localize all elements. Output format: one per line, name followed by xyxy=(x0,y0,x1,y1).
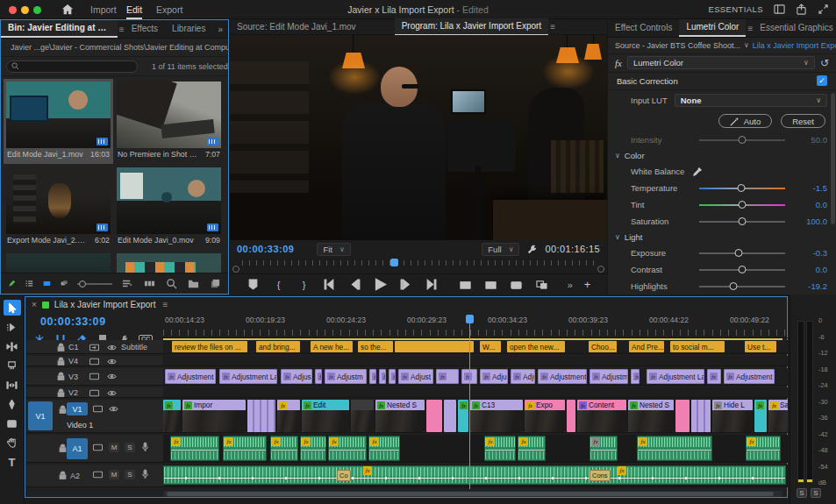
audio-clip[interactable]: fx xyxy=(300,436,326,461)
video-clip[interactable]: fx xyxy=(163,400,181,432)
input-lut-select[interactable]: None ∨ xyxy=(675,94,827,107)
tab-effect-controls[interactable]: Effect Controls xyxy=(608,20,679,36)
bin-clip-item[interactable] xyxy=(117,253,221,273)
track-target-v1[interactable]: V1 xyxy=(67,402,88,415)
video-clip[interactable]: fx xyxy=(567,400,575,432)
razor-tool[interactable] xyxy=(4,358,21,373)
list-view-icon[interactable] xyxy=(25,278,33,289)
adjustment-layer-clip[interactable]: fx Adjustment L xyxy=(724,369,775,384)
new-bin-icon[interactable] xyxy=(188,278,199,289)
volume-rubber-band[interactable] xyxy=(638,450,711,451)
sequence-tab[interactable]: × Lila x Javier Import Export ≡ xyxy=(26,297,173,312)
track-header-c1[interactable]: C1 Subtitle xyxy=(26,340,163,354)
adjustment-layer-clip[interactable]: fx xyxy=(631,369,640,384)
workspace-icon[interactable] xyxy=(774,4,785,15)
track-select-forward-tool[interactable] xyxy=(4,319,21,335)
lock-icon[interactable] xyxy=(58,471,68,482)
tab-import[interactable]: Import xyxy=(90,4,117,15)
adjustment-layer-clip[interactable]: fx Adjus xyxy=(281,369,312,384)
writable-indicator-icon[interactable] xyxy=(8,278,16,289)
step-back-icon[interactable] xyxy=(348,278,362,292)
lumetri-effect-select[interactable]: Lumetri Color ∨ xyxy=(627,56,815,69)
mic-icon[interactable] xyxy=(140,469,150,480)
video-clip[interactable]: fx Expo xyxy=(525,400,565,432)
bin-clip-item[interactable]: Edit Mode Javi_0.mov 9:09 xyxy=(117,167,221,247)
program-scrubber[interactable] xyxy=(230,258,607,273)
close-icon[interactable]: × xyxy=(32,300,37,309)
adjustment-layer-clip[interactable]: fx xyxy=(369,369,376,384)
slip-tool[interactable] xyxy=(4,377,21,393)
tab-overflow-icon[interactable]: » xyxy=(212,25,228,34)
tab-lumetri-color[interactable]: Lumetri Color xyxy=(679,19,746,37)
volume-rubber-band[interactable] xyxy=(329,450,366,451)
sort-icon[interactable] xyxy=(122,278,133,289)
video-clip[interactable]: fx Hide L xyxy=(712,400,753,432)
audio-clip[interactable]: fx xyxy=(589,436,618,461)
timeline-timecode[interactable]: 00:00:33:09 xyxy=(40,316,106,328)
new-item-icon[interactable] xyxy=(210,278,221,289)
comparison-view-icon[interactable] xyxy=(535,278,549,292)
scrub-handle-left[interactable] xyxy=(232,266,239,273)
volume-rubber-band[interactable] xyxy=(485,450,515,451)
slider-value[interactable]: -19.2 xyxy=(792,281,827,291)
workspace-label[interactable]: ESSENTIALS xyxy=(708,4,763,14)
adjustment-layer-clip[interactable]: fx Adjustment La xyxy=(165,369,216,384)
video-clip[interactable]: fx xyxy=(426,400,442,432)
solo-button[interactable]: S xyxy=(125,470,135,479)
track-output-icon[interactable] xyxy=(89,388,99,400)
subtitle-clip[interactable]: Choo... xyxy=(589,341,617,352)
program-video-viewport[interactable] xyxy=(230,35,607,240)
contrast-slider[interactable] xyxy=(699,269,785,271)
adjustment-layer-clip[interactable]: fx Adjustme xyxy=(589,369,628,384)
video-clip[interactable]: fx xyxy=(675,400,690,432)
track-output-icon[interactable] xyxy=(93,404,103,415)
video-clip[interactable]: fx Nested S xyxy=(375,400,425,432)
video-clip[interactable]: fx xyxy=(691,400,711,432)
eye-icon[interactable] xyxy=(107,372,117,383)
track-name[interactable]: V4 xyxy=(68,357,78,366)
panel-scrollbar[interactable] xyxy=(831,93,835,224)
adjustment-layer-clip[interactable]: fx xyxy=(436,369,459,384)
go-to-out-icon[interactable] xyxy=(425,278,439,292)
basic-correction-header[interactable]: Basic Correction ✓ xyxy=(608,73,836,91)
volume-rubber-band[interactable] xyxy=(171,450,218,451)
volume-rubber-band[interactable] xyxy=(518,450,545,451)
video-clip[interactable]: fx xyxy=(458,400,468,432)
adjustment-layer-clip[interactable]: fx Adju xyxy=(480,369,508,384)
go-to-in-icon[interactable] xyxy=(323,278,337,292)
subtitle-clip[interactable]: Use t... xyxy=(745,341,776,352)
track-name[interactable]: V2 xyxy=(68,388,78,397)
adjustment-layer-clip[interactable]: fx Adjustment L xyxy=(538,369,587,384)
clip-thumbnail[interactable] xyxy=(117,82,221,148)
tab-export[interactable]: Export xyxy=(156,4,182,15)
bin-clip-item[interactable] xyxy=(6,253,111,273)
video-clip[interactable]: fx xyxy=(247,400,275,432)
tint-slider[interactable] xyxy=(699,204,785,206)
volume-rubber-band[interactable] xyxy=(271,450,297,451)
audio-clip[interactable]: fx xyxy=(328,436,367,461)
find-icon[interactable] xyxy=(166,278,177,289)
subtitle-clip[interactable]: to social m... xyxy=(670,341,725,352)
lock-icon[interactable] xyxy=(56,343,66,354)
volume-rubber-band[interactable] xyxy=(301,450,325,451)
audio-meters[interactable]: 0-6-12-18-24-30-36-42-48-54dB S S xyxy=(790,295,836,504)
audio-clip[interactable]: fx xyxy=(637,436,712,461)
light-group-header[interactable]: ∨ Light xyxy=(608,230,836,245)
saturation-slider[interactable] xyxy=(699,221,785,223)
tab-effects[interactable]: Effects xyxy=(125,21,165,37)
mark-out-icon[interactable]: } xyxy=(297,278,311,292)
slider-value[interactable]: -1.5 xyxy=(792,183,827,193)
section-enabled-checkbox[interactable]: ✓ xyxy=(817,75,827,86)
lift-icon[interactable] xyxy=(459,278,473,292)
audio-clip[interactable]: fx xyxy=(270,436,298,461)
adjustment-layer-clip[interactable]: fx Adjustment Lay xyxy=(219,369,277,384)
add-marker-icon[interactable] xyxy=(247,278,261,292)
track-output-icon[interactable] xyxy=(89,343,99,354)
settings-wrench-icon[interactable] xyxy=(526,244,538,255)
scrub-handle-right[interactable] xyxy=(597,266,604,273)
track-header-v1[interactable]: V1 V1 Video 1 xyxy=(26,400,163,433)
type-tool[interactable]: T xyxy=(4,454,21,470)
track-output-icon[interactable] xyxy=(89,372,99,383)
audio-clip[interactable]: fx xyxy=(223,436,267,461)
slider-value[interactable]: 100.0 xyxy=(792,217,827,226)
